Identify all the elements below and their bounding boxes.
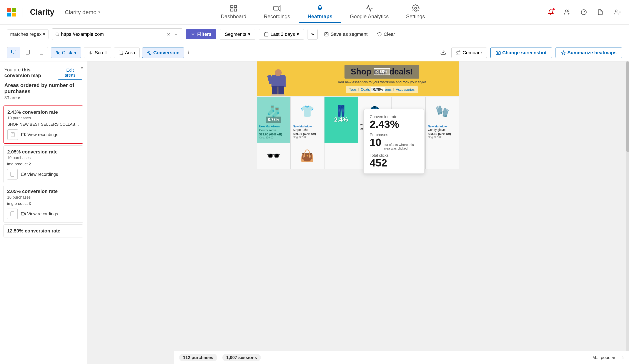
click-heatmap-button[interactable]: Click ▾ bbox=[51, 48, 81, 58]
help-icon-button[interactable] bbox=[579, 7, 589, 17]
grid-icon bbox=[230, 4, 238, 12]
scroll-heatmap-button[interactable]: Scroll bbox=[84, 48, 111, 58]
svg-rect-3 bbox=[234, 9, 237, 11]
compare-button[interactable]: Compare bbox=[452, 48, 487, 58]
refresh-icon bbox=[377, 32, 382, 37]
change-screenshot-button[interactable]: Change screenshot bbox=[490, 48, 552, 58]
sessions-badge: 1,007 sessions bbox=[222, 354, 261, 362]
edit-areas-button[interactable]: Edit areas bbox=[58, 66, 82, 80]
product-grid-row1: 🧦 0.78% New Markdown Comfy socks $23.60 … bbox=[257, 96, 459, 143]
user-chevron-icon: ▾ bbox=[619, 10, 621, 14]
user-avatar-button[interactable]: ▾ bbox=[612, 7, 622, 17]
area-3-view-recordings-button[interactable]: View recordings bbox=[21, 211, 58, 216]
view-desktop-button[interactable] bbox=[7, 47, 20, 58]
svg-rect-20 bbox=[325, 32, 328, 36]
popup-purchases-value: 10 bbox=[370, 137, 381, 148]
svg-rect-2 bbox=[231, 9, 233, 11]
conversion-heatmap-button[interactable]: Conversion bbox=[142, 48, 184, 58]
area-heatmap-button[interactable]: Area bbox=[114, 48, 140, 58]
shop-banner: Shop our deals! 0.38% Add new essentials… bbox=[257, 61, 459, 96]
svg-point-11 bbox=[56, 33, 58, 35]
svg-rect-1 bbox=[234, 5, 237, 7]
regex-select[interactable]: matches regex ▾ bbox=[7, 29, 48, 39]
svg-rect-0 bbox=[231, 5, 233, 7]
svg-marker-47 bbox=[24, 213, 26, 215]
banner-link-oms[interactable]: oms bbox=[385, 88, 391, 91]
bell-icon bbox=[548, 9, 554, 15]
people-icon bbox=[564, 9, 570, 15]
area-3-thumbnail[interactable] bbox=[7, 209, 18, 219]
screenshot-wrapper[interactable]: Shop our deals! 0.38% Add new essentials… bbox=[87, 61, 629, 364]
project-selector[interactable]: Clarity demo ▾ bbox=[65, 9, 100, 16]
more-filters-button[interactable]: » bbox=[308, 29, 317, 39]
scroll-thumb[interactable] bbox=[627, 61, 629, 152]
product-card-1[interactable]: 🧦 0.78% New Markdown Comfy socks $23.60 … bbox=[257, 96, 290, 143]
right-area: Shop our deals! 0.38% Add new essentials… bbox=[87, 61, 629, 364]
filters-button[interactable]: Filters bbox=[186, 29, 216, 39]
view-mobile-button[interactable] bbox=[35, 47, 48, 58]
banner-subtitle: Add new essentials to your wardrobe and … bbox=[338, 80, 426, 84]
panel-collapse-button[interactable]: « bbox=[81, 65, 83, 70]
save-segment-button[interactable]: Save as segment bbox=[321, 30, 371, 39]
page-icon bbox=[10, 172, 15, 177]
nav-dashboard[interactable]: Dashboard bbox=[212, 2, 255, 23]
click-chevron-icon: ▾ bbox=[74, 50, 77, 56]
nav-divider bbox=[23, 8, 23, 16]
banner-link-accessories[interactable]: Accessories bbox=[396, 88, 415, 91]
right-scrollbar[interactable] bbox=[627, 61, 629, 364]
area-1-thumbnail[interactable] bbox=[7, 129, 18, 140]
svg-point-7 bbox=[566, 10, 568, 12]
area-1-view-recordings-button[interactable]: View recordings bbox=[21, 132, 58, 137]
nav-recordings[interactable]: Recordings bbox=[255, 2, 299, 23]
document-icon-button[interactable] bbox=[595, 7, 606, 17]
toolbar: Click ▾ Scroll Area Conversion ℹ Co bbox=[0, 44, 629, 61]
microsoft-logo-icon bbox=[7, 8, 16, 16]
area-card-4: 12.50% conversion rate bbox=[3, 224, 83, 237]
nav-settings[interactable]: Settings bbox=[397, 2, 434, 23]
url-clear-button[interactable]: ✕ bbox=[166, 31, 171, 38]
product-card-6[interactable]: 🧤 New Markdown Comfy gloves $23.60 (60% … bbox=[426, 96, 459, 143]
nav-google-analytics[interactable]: Google Analytics bbox=[341, 2, 398, 23]
area-2-thumbnail[interactable] bbox=[7, 169, 18, 180]
product-card-8[interactable]: 👜 bbox=[291, 143, 324, 169]
segments-button[interactable]: Segments ▾ bbox=[220, 29, 255, 39]
banner-link-tops[interactable]: Tops bbox=[349, 88, 357, 91]
product-3-overlay-label: 2.4% bbox=[334, 116, 348, 123]
view-tablet-button[interactable] bbox=[21, 47, 34, 58]
date-range-button[interactable]: Last 3 days ▾ bbox=[259, 29, 304, 39]
info-icon[interactable]: ℹ bbox=[187, 50, 189, 56]
clear-button[interactable]: Clear bbox=[374, 30, 398, 39]
url-add-button[interactable]: ＋ bbox=[173, 30, 179, 38]
summarize-heatmaps-button[interactable]: Summarize heatmaps bbox=[556, 48, 622, 58]
area-2-view-recordings-button[interactable]: View recordings bbox=[21, 172, 58, 177]
scroll-x-icon bbox=[88, 50, 93, 55]
svg-rect-32 bbox=[147, 51, 149, 52]
people-icon-button[interactable] bbox=[562, 7, 573, 17]
banner-title-box: Shop our deals! 0.38% bbox=[344, 65, 419, 79]
area-4-conversion-rate: 12.50% conversion rate bbox=[7, 228, 80, 234]
product-card-7[interactable]: 🕶️ bbox=[257, 143, 290, 169]
left-panel: « You are this conversion map Edit areas… bbox=[0, 61, 87, 364]
viewing-row: You are this conversion map Edit areas bbox=[0, 61, 87, 82]
product-card-2[interactable]: 👕 New Markdown Stripe t-shirt $39.90 (42… bbox=[291, 96, 324, 143]
main-layout: « You are this conversion map Edit areas… bbox=[0, 61, 629, 364]
date-chevron-icon: ▾ bbox=[297, 31, 299, 37]
date-label: Last 3 days bbox=[270, 31, 295, 37]
area-1-view-recordings-label: View recordings bbox=[27, 132, 58, 137]
video-icon bbox=[273, 4, 281, 12]
svg-rect-16 bbox=[265, 33, 268, 36]
download-icon bbox=[440, 49, 446, 55]
save-icon bbox=[324, 32, 329, 37]
popup-conv-value: 2.43% bbox=[370, 119, 418, 130]
nav-heatmaps[interactable]: Heatmaps bbox=[299, 2, 341, 23]
banner-text-area: Shop our deals! 0.38% Add new essentials… bbox=[312, 65, 452, 93]
notifications-button[interactable] bbox=[546, 7, 556, 17]
url-input[interactable] bbox=[61, 31, 164, 37]
product-1-overlay-label: 0.78% bbox=[266, 117, 281, 123]
product-card-9[interactable] bbox=[324, 143, 358, 169]
product-card-3[interactable]: 👖 2.4% bbox=[324, 96, 358, 143]
area-1-name: SHOP NEW BEST SELLERS COLLABS BUNDLES AC… bbox=[7, 122, 79, 127]
project-chevron-icon: ▾ bbox=[98, 10, 100, 14]
bottom-info-icon[interactable]: ℹ bbox=[622, 355, 624, 360]
download-button[interactable] bbox=[438, 47, 448, 58]
